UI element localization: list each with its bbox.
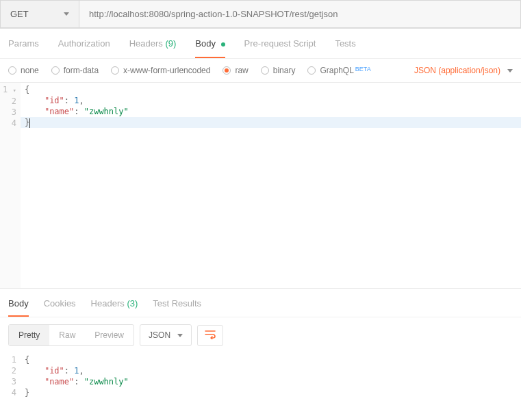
content-type-select[interactable]: JSON (application/json) <box>414 66 513 75</box>
beta-badge: BETA <box>355 66 371 73</box>
http-method-label: GET <box>10 9 29 19</box>
resp-tab-tests[interactable]: Test Results <box>153 298 201 317</box>
line-num: 1 <box>0 354 16 365</box>
radio-icon <box>111 66 119 75</box>
body-type-raw[interactable]: raw <box>223 66 248 75</box>
json-value: 1 <box>74 366 79 376</box>
format-label: JSON <box>149 330 170 340</box>
request-tabs: Params Authorization Headers (9) Body Pr… <box>0 29 521 59</box>
headers-count: (9) <box>165 38 176 49</box>
body-type-row: none form-data x-www-form-urlencoded raw… <box>0 59 521 83</box>
radio-icon <box>51 66 60 75</box>
content-type-label: JSON (application/json) <box>414 66 500 75</box>
line-num: 1 <box>3 85 8 94</box>
http-method-select[interactable]: GET <box>0 0 79 28</box>
radio-label: none <box>21 66 39 75</box>
line-gutter: 1 2 3 4 <box>0 353 21 398</box>
request-body-editor[interactable]: 1 ▾ 2 3 4 { "id": 1, "name": "zwwhnly" } <box>0 83 521 288</box>
chevron-down-icon <box>177 334 183 337</box>
resp-tab-cookies[interactable]: Cookies <box>44 298 76 317</box>
json-value: "zwwhnly" <box>84 377 129 386</box>
radio-icon <box>223 66 231 75</box>
view-raw[interactable]: Raw <box>49 325 85 345</box>
chevron-down-icon <box>64 12 69 16</box>
tab-params[interactable]: Params <box>8 38 39 58</box>
radio-label: binary <box>273 66 296 75</box>
body-label: Body <box>195 38 216 49</box>
radio-label: form-data <box>64 66 99 75</box>
tab-body[interactable]: Body <box>195 38 225 58</box>
line-num: 3 <box>0 107 16 118</box>
graphql-label: GraphQL <box>320 66 353 75</box>
line-num: 4 <box>0 118 16 129</box>
tab-tests[interactable]: Tests <box>335 38 355 58</box>
line-num: 2 <box>0 365 16 376</box>
resp-tab-body[interactable]: Body <box>8 298 29 317</box>
json-key: "name" <box>45 107 74 116</box>
tab-headers[interactable]: Headers (9) <box>129 38 177 58</box>
code-area: { "id": 1, "name": "zwwhnly" } <box>21 353 521 398</box>
tab-authorization[interactable]: Authorization <box>58 38 110 58</box>
chevron-down-icon <box>507 69 513 73</box>
resp-tab-headers[interactable]: Headers (3) <box>91 298 138 317</box>
json-key: "id" <box>45 366 64 376</box>
response-toolbar: Pretty Raw Preview JSON <box>0 317 521 353</box>
line-num: 3 <box>0 376 16 387</box>
radio-label: raw <box>235 66 248 75</box>
json-key: "id" <box>45 96 64 105</box>
radio-icon <box>261 66 269 75</box>
body-type-binary[interactable]: binary <box>261 66 296 75</box>
radio-icon <box>8 66 16 75</box>
resp-headers-label: Headers <box>91 298 125 309</box>
radio-label: GraphQLBETA <box>320 66 370 75</box>
modified-dot-icon <box>221 42 225 47</box>
text-cursor <box>29 118 30 128</box>
wrap-icon <box>205 330 216 339</box>
wrap-lines-button[interactable] <box>197 325 223 346</box>
headers-label: Headers <box>129 38 163 49</box>
code-area[interactable]: { "id": 1, "name": "zwwhnly" } <box>21 83 521 288</box>
fold-icon: ▾ <box>13 87 16 94</box>
response-body-editor[interactable]: 1 2 3 4 { "id": 1, "name": "zwwhnly" } <box>0 353 521 398</box>
format-dropdown[interactable]: JSON <box>140 324 192 346</box>
view-mode-group: Pretty Raw Preview <box>8 324 134 346</box>
resp-headers-count: (3) <box>127 298 138 309</box>
request-top-bar: GET http://localhost:8080/spring-action-… <box>0 0 521 29</box>
tab-prerequest[interactable]: Pre-request Script <box>244 38 316 58</box>
json-key: "name" <box>45 377 74 386</box>
view-preview[interactable]: Preview <box>85 325 134 345</box>
json-value: 1 <box>74 96 79 105</box>
json-value: "zwwhnly" <box>84 107 129 116</box>
radio-label: x-www-form-urlencoded <box>123 66 210 75</box>
line-num: 4 <box>0 387 16 398</box>
body-type-graphql[interactable]: GraphQLBETA <box>307 66 370 75</box>
line-gutter: 1 ▾ 2 3 4 <box>0 83 21 288</box>
response-tabs: Body Cookies Headers (3) Test Results <box>0 288 521 317</box>
body-type-none[interactable]: none <box>8 66 39 75</box>
line-num: 2 <box>0 96 16 107</box>
body-type-formdata[interactable]: form-data <box>51 66 99 75</box>
url-text: http://localhost:8080/spring-action-1.0-… <box>89 9 338 19</box>
url-input[interactable]: http://localhost:8080/spring-action-1.0-… <box>79 0 521 28</box>
radio-icon <box>307 66 316 75</box>
view-pretty[interactable]: Pretty <box>9 325 49 345</box>
body-type-urlencoded[interactable]: x-www-form-urlencoded <box>111 66 210 75</box>
